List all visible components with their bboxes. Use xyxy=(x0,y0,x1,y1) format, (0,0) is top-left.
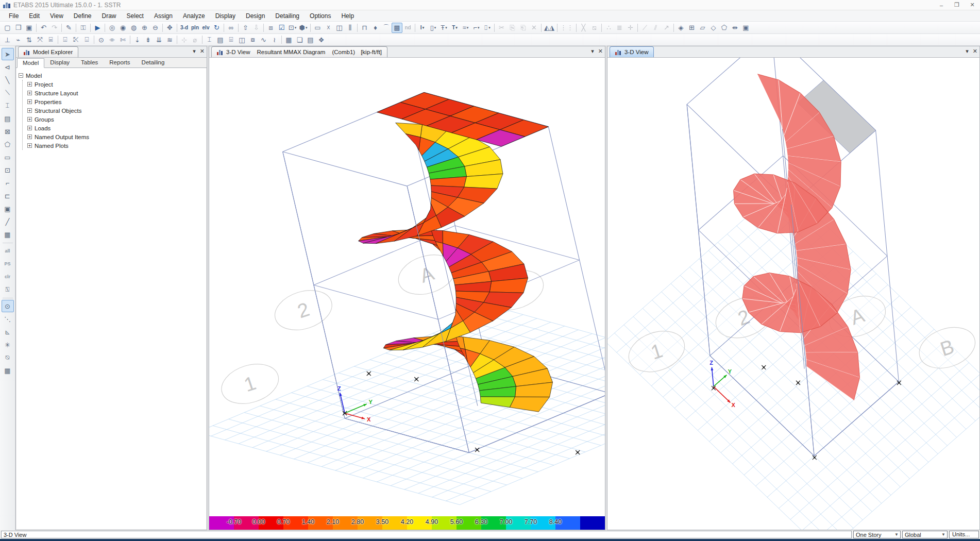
design-shear-wall-icon[interactable]: ◫ xyxy=(236,35,247,45)
tree-item-properties[interactable]: +Properties xyxy=(27,97,204,106)
design-composite-beam-icon[interactable]: ⌹ xyxy=(226,35,236,45)
frame-section-I-icon[interactable]: I▾ xyxy=(417,23,428,33)
explorer-tab-reports[interactable]: Reports xyxy=(104,58,136,67)
assign-joint-restraint-icon[interactable]: ⊥ xyxy=(2,35,13,45)
restore-previous-selection-icon[interactable]: PS xyxy=(2,258,14,270)
wall-section-icon[interactable]: ▯▾ xyxy=(428,23,438,33)
menu-select[interactable]: Select xyxy=(122,11,148,21)
area-load-icon[interactable]: ▩ xyxy=(392,23,402,33)
tree-item-structural-objects[interactable]: +Structural Objects xyxy=(27,106,204,115)
draw-floor-area-icon[interactable]: ◈ xyxy=(675,23,686,33)
menu-file[interactable]: File xyxy=(4,11,23,21)
menu-edit[interactable]: Edit xyxy=(24,11,44,21)
snap-to-intersections-icon[interactable]: ✳ xyxy=(2,339,14,351)
opening-icon[interactable]: ⊓ xyxy=(359,23,370,33)
minimize-button[interactable]: – xyxy=(934,0,949,10)
draw-brace-icon[interactable]: ↗ xyxy=(661,23,672,33)
explorer-tab-model[interactable]: Model xyxy=(17,58,44,68)
point-load-icon[interactable]: ♦ xyxy=(370,23,381,33)
copy-icon[interactable]: ⎘ xyxy=(507,23,518,33)
select-pointer-icon[interactable]: ➤ xyxy=(2,48,14,60)
quick-draw-braces-icon[interactable]: ⊠ xyxy=(2,125,14,138)
elevation-view-icon[interactable]: elv xyxy=(200,23,211,33)
rotate-3d-view-icon[interactable]: ↻ xyxy=(211,23,222,33)
view-close-icon[interactable]: ✕ xyxy=(973,48,977,55)
move-points-icon[interactable]: ✛ xyxy=(625,23,636,33)
delete-special-joint-icon[interactable]: ☓ xyxy=(323,23,334,33)
draw-multiple-frames-icon[interactable]: ⫽ xyxy=(650,23,661,33)
assign-frame-loads-icon[interactable]: ⇟ xyxy=(143,35,154,45)
story-points-icon[interactable]: ⋮⋮ xyxy=(559,23,575,33)
show-joint-objects-icon[interactable]: ⊡▾ xyxy=(287,23,298,33)
run-analysis-icon[interactable]: ▶ xyxy=(92,23,103,33)
snap-to-perpendicular-icon[interactable]: ⊾ xyxy=(2,326,14,338)
draw-grids-icon[interactable]: ▦ xyxy=(2,228,14,241)
clear-selection-icon[interactable]: clr xyxy=(2,270,14,283)
span-load-icon[interactable]: ⌒ xyxy=(381,23,392,33)
view-menu-icon[interactable]: ▾ xyxy=(591,48,594,55)
save-model-icon[interactable]: ▣ xyxy=(24,23,35,33)
perspective-toggle-icon[interactable]: ∞ xyxy=(226,23,236,33)
draw-section-cut-icon[interactable]: ✄ xyxy=(117,35,128,45)
maximize-button[interactable]: ❐ xyxy=(949,0,965,10)
view-menu-icon[interactable]: ▾ xyxy=(966,48,969,55)
assign-frame-sections-icon[interactable]: ⌸ xyxy=(45,35,56,45)
middle-view-tab[interactable]: 3-D View Resultant MMAX Diagram (Comb1) … xyxy=(211,46,387,57)
pier-label-icon[interactable]: ⌷▾ xyxy=(482,23,493,33)
section-cut-icon[interactable]: T▾ xyxy=(449,23,460,33)
tree-expander-icon[interactable]: + xyxy=(27,117,32,122)
draw-floor-poly-icon[interactable]: ⬠ xyxy=(2,138,14,150)
detailing-views-icon[interactable]: ❏ xyxy=(294,35,305,45)
units-button[interactable]: Units... xyxy=(949,531,979,538)
draw-braces-icon[interactable]: ⌶ xyxy=(2,99,14,112)
new-model-icon[interactable]: ▢ xyxy=(2,23,13,33)
assign-area-sections-icon[interactable]: ⌻ xyxy=(60,35,71,45)
explorer-tab-display[interactable]: Display xyxy=(44,58,75,67)
frame-outline-icon[interactable]: ▭ xyxy=(312,23,323,33)
menu-assign[interactable]: Assign xyxy=(149,11,177,21)
draw-special-joint-icon[interactable]: ⊙ xyxy=(96,35,107,45)
design-steel-frame-icon[interactable]: ⌶ xyxy=(204,35,215,45)
menu-display[interactable]: Display xyxy=(211,11,240,21)
assign-point-loads-icon[interactable]: ⇣ xyxy=(132,35,143,45)
panel-close-icon[interactable]: ✕ xyxy=(200,48,205,55)
assign-area-stiffness-icon[interactable]: ⌺ xyxy=(81,35,92,45)
paste-icon[interactable]: ⎗ xyxy=(518,23,529,33)
tree-expander-icon[interactable]: + xyxy=(27,99,32,104)
menu-help[interactable]: Help xyxy=(336,11,359,21)
redo-icon[interactable]: ↷ xyxy=(49,23,60,33)
tree-item-groups[interactable]: +Groups xyxy=(27,115,204,124)
draw-developed-elevation-icon[interactable]: ⌯ xyxy=(107,35,117,45)
snap-options-icon[interactable]: ⊹ xyxy=(179,35,190,45)
tree-item-loads[interactable]: +Loads xyxy=(27,124,204,132)
point-pattern-icon[interactable]: ∴ xyxy=(603,23,614,33)
draw-frame-icon[interactable]: ⟋ xyxy=(639,23,650,33)
tendon-section-icon[interactable]: ≈▾ xyxy=(460,23,471,33)
previous-zoom-icon[interactable]: ◍ xyxy=(128,23,139,33)
assign-temperature-loads-icon[interactable]: ≋ xyxy=(164,35,175,45)
hatch-plane-icon[interactable]: ⧅ xyxy=(589,23,600,33)
view-3d-icon[interactable]: 3-d xyxy=(179,23,190,33)
menu-draw[interactable]: Draw xyxy=(97,11,121,21)
quick-draw-floor-icon[interactable]: ⊡ xyxy=(2,164,14,176)
report-writer-icon[interactable]: ▤ xyxy=(305,35,316,45)
draw-frame-object-icon[interactable]: ⟍ xyxy=(2,87,14,99)
show-all-objects-icon[interactable]: ⬢▾ xyxy=(298,23,309,33)
assign-joint-spring-icon[interactable]: ⌁ xyxy=(13,35,24,45)
column-grid-icon[interactable]: ⫼ xyxy=(345,23,356,33)
tree-expander-icon[interactable]: + xyxy=(27,143,32,148)
list-tables-icon[interactable]: ≣ xyxy=(614,23,625,33)
move-up-in-list-icon[interactable]: ⇧ xyxy=(240,23,251,33)
concrete-slab-design-icon[interactable]: ▦ xyxy=(283,35,294,45)
coordinate-system-selector[interactable]: Global ▼ xyxy=(902,531,948,538)
mmax-diagram-3d-view[interactable]: 21ABZYX xyxy=(209,58,605,516)
deselect-mode-icon[interactable]: ⍂ xyxy=(2,283,14,296)
zoom-in-icon[interactable]: ⊕ xyxy=(139,23,150,33)
menu-view[interactable]: View xyxy=(45,11,68,21)
rubber-band-zoom-icon[interactable]: ◎ xyxy=(107,23,117,33)
draw-door-window-icon[interactable]: ▣ xyxy=(2,202,14,215)
quick-draw-wall-icon[interactable]: ⊏ xyxy=(2,190,14,202)
quick-draw-beams-icon[interactable]: ▤ xyxy=(2,112,14,125)
slow-draw-icon[interactable]: ✎ xyxy=(63,23,74,33)
assign-area-loads-icon[interactable]: ⇊ xyxy=(154,35,164,45)
